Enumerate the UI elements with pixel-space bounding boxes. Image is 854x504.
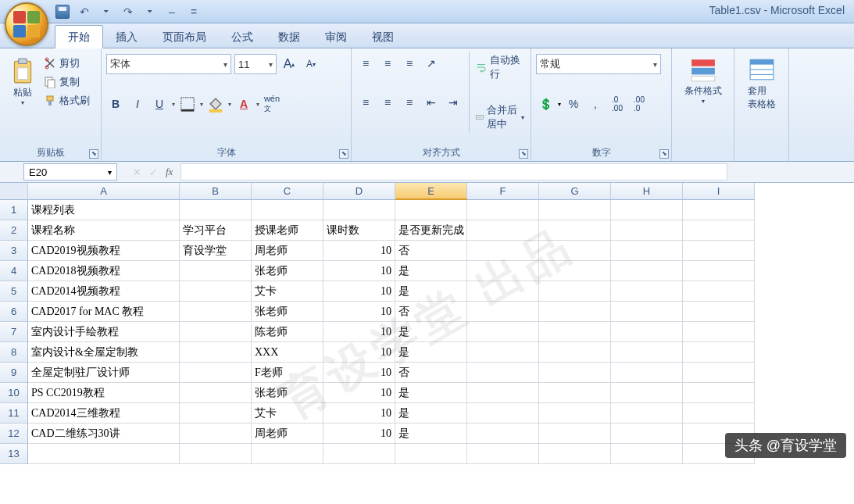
cell-G10[interactable] <box>539 383 611 403</box>
cell-A4[interactable]: CAD2018视频教程 <box>28 261 180 281</box>
cell-H4[interactable] <box>611 261 683 281</box>
cell-C10[interactable]: 张老师 <box>252 383 323 403</box>
cell-B5[interactable] <box>180 281 252 302</box>
cell-D10[interactable]: 10 <box>323 383 395 403</box>
cell-I3[interactable] <box>683 241 755 261</box>
cell-I11[interactable] <box>683 403 755 424</box>
cell-C8[interactable]: XXX <box>252 342 323 363</box>
cell-D6[interactable]: 10 <box>323 302 395 322</box>
fill-color-button[interactable] <box>206 95 225 113</box>
cell-F1[interactable] <box>467 200 539 220</box>
cell-I7[interactable] <box>683 322 755 342</box>
paste-button[interactable]: 粘贴 ▾ <box>5 52 41 109</box>
save-button[interactable] <box>55 4 70 20</box>
font-size-combo[interactable]: 11▾ <box>234 54 277 74</box>
cell-A7[interactable]: 室内设计手绘教程 <box>28 322 180 342</box>
cell-B1[interactable] <box>180 200 252 220</box>
cell-E11[interactable]: 是 <box>395 403 467 424</box>
cell-B12[interactable] <box>180 424 252 444</box>
underline-button[interactable]: U <box>150 95 169 113</box>
row-header-7[interactable]: 7 <box>0 322 28 342</box>
col-header-H[interactable]: H <box>611 183 683 200</box>
col-header-B[interactable]: B <box>180 183 252 200</box>
cell-G3[interactable] <box>539 241 611 261</box>
tab-layout[interactable]: 页面布局 <box>150 26 219 48</box>
cell-F11[interactable] <box>467 403 539 424</box>
formula-input[interactable] <box>180 163 727 181</box>
qat-customize[interactable]: = <box>186 4 202 20</box>
cell-G2[interactable] <box>539 220 611 241</box>
align-right-button[interactable]: ≡ <box>400 93 419 112</box>
cell-G8[interactable] <box>539 342 611 363</box>
cell-D8[interactable]: 10 <box>323 342 395 363</box>
cell-G11[interactable] <box>539 403 611 424</box>
cell-H9[interactable] <box>611 363 683 383</box>
cell-F5[interactable] <box>467 281 539 302</box>
cell-C3[interactable]: 周老师 <box>252 241 323 261</box>
cell-C13[interactable] <box>252 444 323 464</box>
cell-H3[interactable] <box>611 241 683 261</box>
cell-B2[interactable]: 学习平台 <box>180 220 252 241</box>
currency-button[interactable]: 💲 <box>536 95 555 113</box>
align-middle-button[interactable]: ≡ <box>378 54 397 73</box>
cell-H6[interactable] <box>611 302 683 322</box>
cell-B8[interactable] <box>180 342 252 363</box>
cell-I9[interactable] <box>683 363 755 383</box>
cell-E8[interactable]: 是 <box>395 342 467 363</box>
decrease-decimal-button[interactable]: .00.0 <box>630 95 649 113</box>
cell-E6[interactable]: 否 <box>395 302 467 322</box>
italic-button[interactable]: I <box>128 95 147 113</box>
cell-I10[interactable] <box>683 383 755 403</box>
cell-D2[interactable]: 课时数 <box>323 220 395 241</box>
cell-F13[interactable] <box>467 444 539 464</box>
cell-A9[interactable]: 全屋定制驻厂设计师 <box>28 363 180 383</box>
cell-E10[interactable]: 是 <box>395 383 467 403</box>
cell-F10[interactable] <box>467 383 539 403</box>
cell-I4[interactable] <box>683 261 755 281</box>
redo-button[interactable]: ↷ <box>120 4 136 20</box>
cell-A5[interactable]: CAD2014视频教程 <box>28 281 180 302</box>
increase-decimal-button[interactable]: .0.00 <box>608 95 627 113</box>
fx-icon[interactable]: fx <box>166 166 173 178</box>
cell-D3[interactable]: 10 <box>323 241 395 261</box>
cell-B4[interactable] <box>180 261 252 281</box>
comma-button[interactable]: , <box>586 95 605 113</box>
tab-insert[interactable]: 插入 <box>103 26 150 48</box>
cell-C1[interactable] <box>252 200 323 220</box>
cell-I8[interactable] <box>683 342 755 363</box>
select-all-corner[interactable] <box>0 183 28 200</box>
cell-C4[interactable]: 张老师 <box>252 261 323 281</box>
cell-A2[interactable]: 课程名称 <box>28 220 180 241</box>
bold-button[interactable]: B <box>106 95 125 113</box>
redo-dropdown[interactable]: ⏷ <box>142 4 158 20</box>
wrap-text-button[interactable]: 自动换行 <box>474 52 526 83</box>
cell-I1[interactable] <box>683 200 755 220</box>
cell-E2[interactable]: 是否更新完成 <box>395 220 467 241</box>
cell-G12[interactable] <box>539 424 611 444</box>
cell-F12[interactable] <box>467 424 539 444</box>
enter-formula-icon[interactable]: ✓ <box>149 166 158 178</box>
tab-formulas[interactable]: 公式 <box>219 26 266 48</box>
cell-D1[interactable] <box>323 200 395 220</box>
row-header-11[interactable]: 11 <box>0 403 28 424</box>
cell-A11[interactable]: CAD2014三维教程 <box>28 403 180 424</box>
cell-B13[interactable] <box>180 444 252 464</box>
copy-button[interactable]: 复制 <box>42 73 91 91</box>
cell-G4[interactable] <box>539 261 611 281</box>
col-header-D[interactable]: D <box>323 183 395 200</box>
decrease-indent-button[interactable]: ⇤ <box>422 93 441 112</box>
cell-H13[interactable] <box>611 444 683 464</box>
alignment-dialog-launcher[interactable]: ⬊ <box>519 149 528 159</box>
cell-H5[interactable] <box>611 281 683 302</box>
cell-D5[interactable]: 10 <box>323 281 395 302</box>
row-header-8[interactable]: 8 <box>0 342 28 363</box>
col-header-E[interactable]: E <box>395 183 467 200</box>
cell-F2[interactable] <box>467 220 539 241</box>
cell-E7[interactable]: 是 <box>395 322 467 342</box>
cell-A6[interactable]: CAD2017 for MAC 教程 <box>28 302 180 322</box>
cancel-formula-icon[interactable]: ✕ <box>133 166 141 178</box>
cell-F4[interactable] <box>467 261 539 281</box>
cell-C2[interactable]: 授课老师 <box>252 220 323 241</box>
cell-I2[interactable] <box>683 220 755 241</box>
align-center-button[interactable]: ≡ <box>378 93 397 112</box>
